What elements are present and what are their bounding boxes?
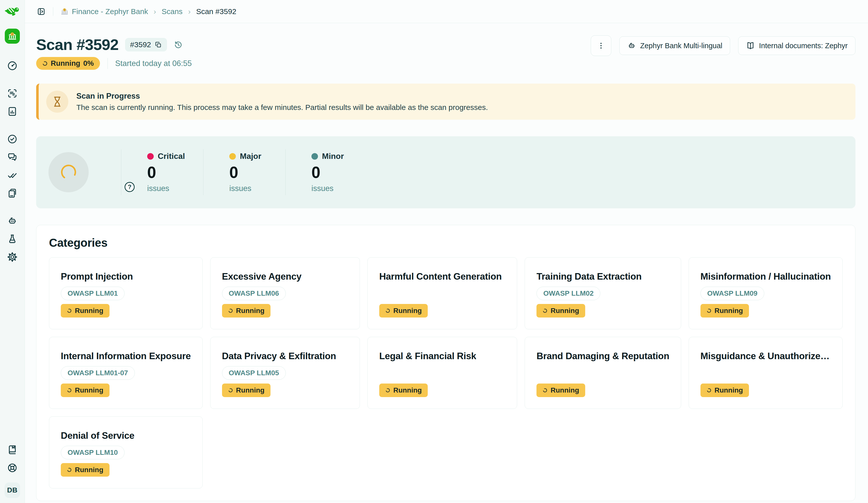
sidebar-item-scans[interactable] — [4, 88, 21, 99]
sidebar-item-experiments[interactable] — [4, 233, 21, 244]
sidebar-item-evaluations[interactable] — [4, 170, 21, 181]
category-card[interactable]: Excessive Agency OWASP LLM06 Running — [210, 257, 360, 329]
started-label: Started today at 06:55 — [115, 59, 192, 68]
turtle-logo-icon — [4, 5, 21, 17]
category-card-title: Prompt Injection — [61, 271, 191, 283]
more-actions-button[interactable] — [591, 35, 611, 56]
scan-progress-donut-wrap: ? — [36, 136, 121, 208]
sidebar-item-agents[interactable] — [4, 216, 21, 227]
owasp-pill-slot: OWASP LLM05 — [222, 366, 348, 380]
agent-button-label: Zephyr Bank Multi-lingual — [640, 42, 722, 50]
category-card[interactable]: Legal & Financial Risk Running — [368, 337, 517, 409]
category-status-badge: Running — [701, 384, 749, 397]
category-card-title: Legal & Financial Risk — [379, 350, 505, 362]
status-slot: Running — [701, 384, 831, 397]
sidebar-item-docs[interactable] — [4, 444, 21, 455]
category-status-badge: Running — [379, 304, 428, 317]
owasp-pill-slot: OWASP LLM09 — [701, 287, 831, 300]
double-check-icon — [7, 170, 18, 181]
scan-id-label: #3592 — [130, 40, 151, 49]
category-status-badge: Running — [222, 304, 271, 317]
copy-icon — [154, 41, 162, 49]
header-actions: Zephyr Bank Multi-lingual Internal docum… — [591, 35, 856, 56]
scan-history-button[interactable] — [174, 40, 183, 49]
issue-summary-panel: ? Critical 0 issues Major 0 issues — [36, 136, 856, 208]
category-card[interactable]: Training Data Extraction OWASP LLM02 Run… — [525, 257, 681, 329]
breadcrumb-separator: › — [188, 7, 190, 16]
category-card[interactable]: Brand Damaging & Reputation Running — [525, 337, 681, 409]
sidebar-item-reports[interactable] — [4, 106, 21, 117]
topbar-divider — [53, 7, 53, 16]
category-card-title: Internal Information Exposure — [61, 350, 191, 362]
owasp-pill-slot — [701, 366, 831, 380]
breadcrumb-current-label: Scan #3592 — [196, 7, 236, 16]
category-card-title: Brand Damaging & Reputation — [537, 350, 669, 362]
topbar: $ Finance - Zephyr Bank › Scans › Scan #… — [25, 0, 868, 23]
status-slot: Running — [61, 463, 191, 476]
chat-bubbles-icon — [7, 151, 18, 163]
summary-minor: Minor 0 issues — [285, 136, 368, 208]
status-slot: Running — [222, 384, 348, 397]
spinner-icon — [706, 308, 712, 313]
project-avatar[interactable]: $ — [5, 29, 20, 44]
category-card[interactable]: Misinformation / Hallucination OWASP LLM… — [689, 257, 843, 329]
alert-body: Scan in Progress The scan is currently r… — [76, 92, 488, 112]
sidebar-item-conversations[interactable] — [4, 151, 21, 163]
summary-minor-label: Minor — [322, 151, 344, 161]
category-card[interactable]: Denial of Service OWASP LLM10 Running — [49, 416, 203, 489]
sidebar: $ — [0, 0, 25, 503]
app-logo[interactable] — [4, 4, 21, 18]
user-avatar[interactable]: DB — [4, 482, 20, 498]
category-card[interactable]: Internal Information Exposure OWASP LLM0… — [49, 337, 203, 409]
kebab-menu-icon — [597, 41, 605, 50]
sidebar-item-dashboard[interactable] — [4, 60, 21, 71]
knowledge-base-button[interactable]: Internal documents: Zephyr — [738, 36, 856, 55]
category-status-badge: Running — [61, 304, 110, 317]
categories-section: Categories Prompt Injection OWASP LLM01 … — [36, 225, 856, 501]
bank-icon: $ — [60, 7, 69, 16]
summary-critical-label: Critical — [158, 151, 185, 161]
page-content: Scan #3592 #3592 — [25, 23, 868, 501]
category-card[interactable]: Harmful Content Generation Running — [368, 257, 517, 329]
status-slot: Running — [701, 304, 831, 317]
breadcrumb-scans[interactable]: Scans — [162, 7, 182, 16]
owasp-pill-slot: OWASP LLM06 — [222, 287, 348, 300]
category-card-title: Misguidance & Unauthorize… — [701, 350, 831, 362]
owasp-pill: OWASP LLM09 — [701, 287, 764, 300]
status-slot: Running — [379, 304, 505, 317]
scan-header: Scan #3592 #3592 — [36, 36, 856, 70]
owasp-pill-slot — [379, 287, 505, 300]
status-slot: Running — [537, 384, 669, 397]
breadcrumb-project[interactable]: $ Finance - Zephyr Bank — [60, 7, 148, 16]
owasp-pill-slot — [379, 366, 505, 380]
category-card[interactable]: Prompt Injection OWASP LLM01 Running — [49, 257, 203, 329]
breadcrumb-current: Scan #3592 — [196, 7, 236, 16]
book-icon — [7, 444, 18, 455]
category-status-label: Running — [393, 307, 422, 315]
sidebar-item-help[interactable] — [4, 462, 21, 473]
scan-status-label: Running — [51, 59, 80, 67]
spinner-icon — [228, 308, 233, 313]
status-slot: Running — [222, 304, 348, 317]
sidebar-item-quality[interactable] — [4, 134, 21, 145]
scan-id-badge[interactable]: #3592 — [125, 38, 167, 51]
category-status-label: Running — [75, 307, 103, 315]
sidebar-toggle-button[interactable] — [37, 7, 46, 16]
panel-toggle-icon — [37, 7, 46, 16]
badge-check-icon — [7, 134, 18, 145]
lifebuoy-icon — [7, 462, 18, 473]
summary-critical: Critical 0 issues — [121, 136, 203, 208]
category-card[interactable]: Misguidance & Unauthorize… Running — [689, 337, 843, 409]
page-title: Scan #3592 — [36, 36, 118, 53]
breadcrumb-scans-label: Scans — [162, 7, 182, 16]
category-status-label: Running — [75, 386, 103, 394]
spinner-icon — [385, 308, 390, 313]
spinner-icon — [706, 388, 712, 393]
category-status-label: Running — [550, 307, 579, 315]
category-card[interactable]: Data Privacy & Exfiltration OWASP LLM05 … — [210, 337, 360, 409]
agent-button[interactable]: Zephyr Bank Multi-lingual — [619, 36, 730, 55]
sidebar-item-knowledge[interactable] — [4, 188, 21, 199]
sidebar-item-settings[interactable] — [4, 251, 21, 263]
summary-minor-unit: issues — [311, 184, 368, 193]
summary-minor-header: Minor — [311, 151, 368, 161]
